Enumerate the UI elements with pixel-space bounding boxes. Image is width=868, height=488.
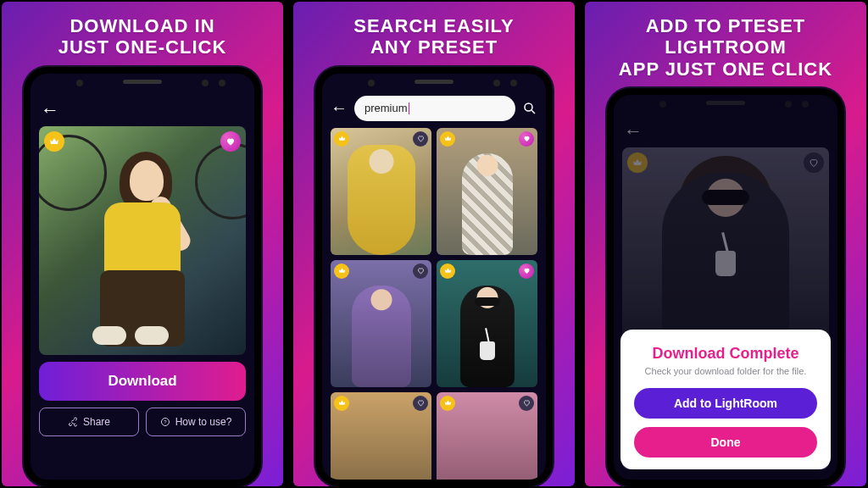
preset-tile[interactable] bbox=[437, 260, 537, 387]
back-arrow-icon[interactable]: ← bbox=[41, 99, 246, 121]
promo-panel-3: ADD TO PTESET LIGHTROOM APP JUST ONE CLI… bbox=[585, 2, 866, 486]
modal-subtitle: Check your download folder for the file. bbox=[634, 366, 817, 376]
premium-crown-icon bbox=[334, 131, 349, 147]
preset-tile[interactable] bbox=[331, 392, 431, 486]
share-button[interactable]: Share bbox=[39, 408, 139, 436]
modal-overlay: Download Complete Check your download fo… bbox=[614, 95, 837, 480]
premium-crown-icon bbox=[44, 131, 64, 152]
done-button[interactable]: Done bbox=[634, 427, 817, 458]
search-icon[interactable] bbox=[522, 101, 537, 116]
promo-panel-2: SEARCH EASILY ANY PRESET ← premium bbox=[293, 2, 575, 486]
phone-mockup: ← Download Share bbox=[24, 67, 261, 486]
promo-panel-1: DOWNLOAD IN JUST ONE-CLICK ← Download bbox=[2, 2, 283, 486]
phone-mockup: ← premium bbox=[315, 67, 553, 486]
svg-point-2 bbox=[525, 103, 532, 111]
panel-title: DOWNLOAD IN JUST ONE-CLICK bbox=[58, 15, 227, 58]
download-button[interactable]: Download bbox=[39, 362, 246, 401]
premium-crown-icon bbox=[334, 396, 349, 411]
preset-tile[interactable] bbox=[437, 128, 537, 255]
phone-mockup: ← Download Share ? How to use? bbox=[607, 88, 844, 486]
favorite-heart-icon[interactable] bbox=[413, 396, 428, 411]
favorite-heart-icon[interactable] bbox=[519, 396, 534, 411]
download-complete-modal: Download Complete Check your download fo… bbox=[620, 330, 831, 469]
premium-crown-icon bbox=[440, 263, 455, 279]
preset-tile[interactable] bbox=[331, 128, 431, 255]
premium-crown-icon bbox=[440, 131, 455, 147]
premium-crown-icon bbox=[440, 396, 455, 411]
preset-preview-image bbox=[39, 126, 246, 355]
how-to-use-button[interactable]: ? How to use? bbox=[146, 408, 246, 436]
favorite-heart-icon[interactable] bbox=[519, 263, 534, 279]
back-arrow-icon[interactable]: ← bbox=[331, 98, 348, 118]
share-icon bbox=[68, 417, 78, 427]
modal-title: Download Complete bbox=[634, 345, 817, 363]
svg-text:?: ? bbox=[164, 419, 167, 424]
add-to-lightroom-button[interactable]: Add to LightRoom bbox=[634, 388, 817, 419]
favorite-heart-icon[interactable] bbox=[220, 131, 241, 152]
favorite-heart-icon[interactable] bbox=[519, 131, 534, 147]
premium-crown-icon bbox=[334, 263, 349, 279]
preset-grid bbox=[331, 128, 537, 486]
favorite-heart-icon[interactable] bbox=[413, 131, 428, 147]
preset-tile[interactable] bbox=[437, 392, 537, 486]
help-icon: ? bbox=[160, 417, 170, 427]
search-input[interactable]: premium bbox=[354, 96, 515, 121]
favorite-heart-icon[interactable] bbox=[413, 263, 428, 279]
text-cursor bbox=[409, 103, 410, 114]
panel-title: SEARCH EASILY ANY PRESET bbox=[353, 15, 514, 58]
panel-title: ADD TO PTESET LIGHTROOM APP JUST ONE CLI… bbox=[585, 15, 866, 80]
preset-tile[interactable] bbox=[331, 260, 431, 387]
